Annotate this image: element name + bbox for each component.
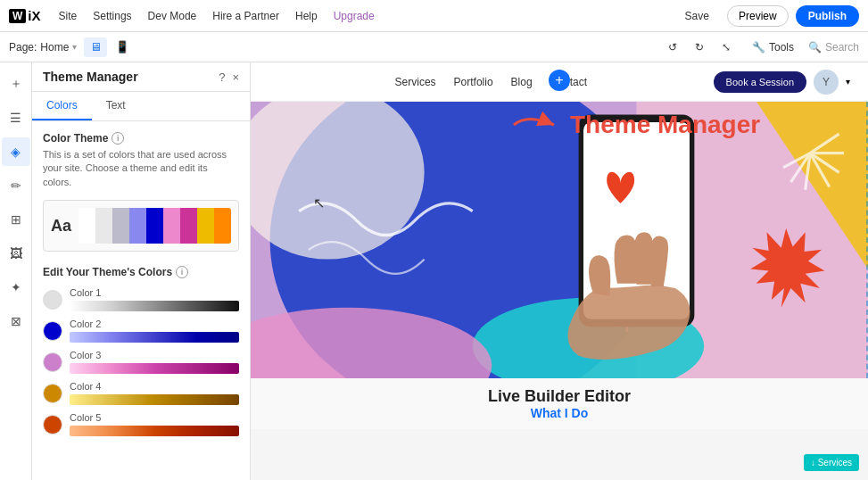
page-dropdown-arrow: ▾ (72, 42, 77, 52)
canvas-area: Theme Manager Services Portfolio Blog Co… (251, 62, 868, 480)
panel-content: Color Theme i This is a set of colors th… (32, 121, 250, 480)
color4-info: Color 4 (70, 381, 239, 405)
swatch-1 (95, 208, 112, 244)
nav-link-portfolio[interactable]: Portfolio (454, 76, 493, 88)
expand-button[interactable]: ⤡ (715, 38, 738, 56)
color5-strip[interactable] (70, 426, 239, 436)
panel-title: Theme Manager (43, 70, 138, 84)
nav-hirepartner[interactable]: Hire a Partner (205, 6, 286, 26)
color5-label: Color 5 (70, 412, 239, 423)
color-swatches (79, 208, 231, 244)
nav-settings[interactable]: Settings (86, 6, 138, 26)
publish-button[interactable]: Publish (796, 5, 859, 27)
tab-text[interactable]: Text (92, 92, 140, 120)
color5-circle[interactable] (43, 415, 62, 434)
color1-info: Color 1 (70, 287, 239, 311)
edit-colors-info-icon[interactable]: i (176, 266, 188, 278)
color5-info: Color 5 (70, 412, 239, 436)
mobile-view-btn[interactable]: 📱 (111, 37, 134, 57)
desktop-view-btn[interactable]: 🖥 (84, 37, 107, 57)
nav-link-blog[interactable]: Blog (511, 76, 533, 88)
nav-site[interactable]: Site (52, 6, 85, 26)
top-bar-right: Save Preview Publish (674, 5, 859, 27)
panel-tabs: Colors Text (32, 92, 250, 121)
tools-label: Tools (769, 41, 794, 54)
nav-help[interactable]: Help (288, 6, 325, 26)
annotation-arrow-svg (509, 109, 563, 141)
nav-devmode[interactable]: Dev Mode (141, 6, 204, 26)
top-bar: WiX Site Settings Dev Mode Hire a Partne… (0, 0, 868, 32)
panel-help-btn[interactable]: ? (219, 70, 225, 84)
services-float-button[interactable]: ↓ Services (804, 454, 859, 471)
secondary-bar-right: ↺ ↻ ⤡ 🔧 Tools 🔍 Search (661, 38, 859, 56)
color2-strip[interactable] (70, 332, 239, 343)
swatch-7 (197, 208, 214, 244)
color1-circle[interactable] (43, 290, 62, 310)
tools-icon: 🔧 (752, 41, 765, 54)
site-nav-right: Book a Session Y ▾ (714, 70, 850, 95)
top-nav: Site Settings Dev Mode Hire a Partner He… (52, 6, 382, 26)
hero-section (251, 102, 868, 378)
user-avatar: Y (814, 70, 839, 95)
color3-label: Color 3 (70, 350, 239, 360)
apps-btn[interactable]: ⊞ (2, 205, 30, 234)
page-selector[interactable]: Page: Home ▾ (9, 41, 77, 54)
swatch-0 (79, 208, 95, 244)
save-button[interactable]: Save (674, 6, 720, 26)
panel-close-btn[interactable]: × (232, 70, 239, 84)
add-element-btn[interactable]: ＋ (2, 70, 30, 98)
store-btn[interactable]: ⊠ (2, 307, 30, 335)
add-section-button[interactable]: + (549, 70, 570, 91)
swatch-4 (146, 208, 163, 244)
redo-button[interactable]: ↻ (688, 38, 711, 56)
swatch-5 (163, 208, 180, 244)
swatch-6 (180, 208, 197, 244)
main-layout: ＋ ☰ ◈ ✏ ⊞ 🖼 ✦ ⊠ Theme Manager ? × Colors… (0, 62, 868, 480)
pages-btn[interactable]: ☰ (2, 103, 30, 132)
undo-button[interactable]: ↺ (661, 38, 684, 56)
color4-strip[interactable] (70, 394, 239, 405)
tab-colors[interactable]: Colors (32, 92, 92, 120)
secondary-bar-left: Page: Home ▾ 🖥 📱 (9, 37, 134, 57)
color3-info: Color 3 (70, 350, 239, 374)
top-bar-left: WiX Site Settings Dev Mode Hire a Partne… (9, 6, 382, 26)
color2-label: Color 2 (70, 319, 239, 329)
swatch-2 (112, 208, 129, 244)
annotation-text: Theme Manager (570, 111, 760, 139)
icon-bar: ＋ ☰ ◈ ✏ ⊞ 🖼 ✦ ⊠ (0, 62, 32, 480)
wix-logo: WiX (9, 8, 41, 23)
theme-btn[interactable]: ◈ (2, 137, 30, 166)
color4-circle[interactable] (43, 384, 62, 403)
site-cta-button[interactable]: Book a Session (714, 71, 806, 93)
panel-header-icons: ? × (219, 70, 239, 84)
hero-background-svg (251, 102, 868, 378)
nav-link-services[interactable]: Services (395, 76, 436, 88)
page-name: Home (40, 41, 69, 54)
paint-btn[interactable]: ✦ (2, 273, 30, 302)
theme-panel: Theme Manager ? × Colors Text Color Them… (32, 62, 251, 480)
color3-strip[interactable] (70, 363, 239, 374)
search-bar[interactable]: 🔍 Search (808, 41, 859, 54)
edit-btn[interactable]: ✏ (2, 171, 30, 200)
color-row-3: Color 3 (43, 350, 239, 374)
swatch-8 (214, 208, 231, 244)
preview-button[interactable]: Preview (727, 5, 789, 27)
color-theme-info-icon[interactable]: i (112, 132, 124, 145)
secondary-bar: Page: Home ▾ 🖥 📱 ↺ ↻ ⤡ 🔧 Tools 🔍 Search (0, 32, 868, 62)
bottom-section: Live Builder Editor What I Do (251, 378, 868, 429)
view-toggle: 🖥 📱 (84, 37, 134, 57)
color3-circle[interactable] (43, 352, 62, 372)
media-btn[interactable]: 🖼 (2, 239, 30, 268)
color4-label: Color 4 (70, 381, 239, 392)
color-theme-preview[interactable]: Aa (43, 200, 239, 252)
color-row-4: Color 4 (43, 381, 239, 405)
color-row-5: Color 5 (43, 412, 239, 436)
tools-button[interactable]: 🔧 Tools (745, 38, 801, 56)
nav-upgrade[interactable]: Upgrade (327, 6, 382, 26)
color2-circle[interactable] (43, 321, 62, 341)
color1-label: Color 1 (70, 287, 239, 298)
search-icon: 🔍 (808, 41, 822, 54)
avatar-chevron[interactable]: ▾ (846, 77, 850, 87)
page-label: Page: (9, 41, 37, 54)
color1-strip[interactable] (70, 301, 239, 311)
